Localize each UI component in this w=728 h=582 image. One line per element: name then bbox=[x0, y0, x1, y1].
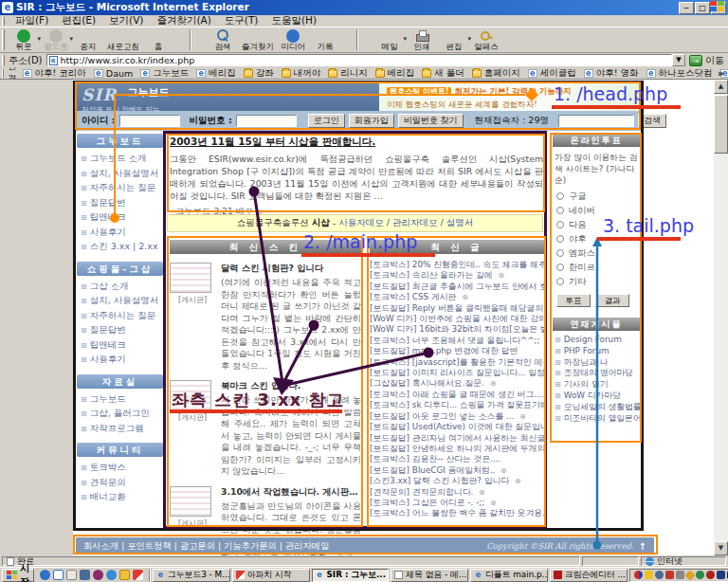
tray-icon[interactable] bbox=[655, 571, 664, 579]
notice-title[interactable]: 2003년 11월 15일 부터 시삽을 판매합니다. bbox=[170, 136, 543, 149]
link-item[interactable]: Daum bbox=[94, 68, 133, 79]
post-row[interactable]: [토크박스] 아래 쇼핑몰 글 때문에 생긴 버그.... ⊕ bbox=[370, 390, 544, 400]
link-item[interactable]: 그누보드 bbox=[140, 67, 189, 80]
toolbar-button[interactable]: 메일 ▾ bbox=[373, 27, 406, 52]
go-button[interactable]: → 이동 bbox=[689, 54, 724, 67]
maximize-button[interactable]: □ bbox=[695, 2, 710, 14]
poll-option[interactable]: 네이버 bbox=[553, 203, 640, 217]
radio-icon[interactable] bbox=[556, 207, 564, 214]
menu-item[interactable]: 보기(V) bbox=[102, 14, 150, 27]
tray-icon[interactable] bbox=[717, 571, 725, 579]
toolbar-button[interactable] bbox=[174, 27, 207, 52]
address-url[interactable]: http://www.sir.co.kr/index.php bbox=[61, 55, 195, 65]
link-item[interactable]: 베리집 bbox=[196, 67, 236, 80]
radio-icon[interactable] bbox=[556, 235, 564, 243]
serial-post-item[interactable]: ⊞까장님과 나 bbox=[553, 357, 640, 369]
post-row[interactable]: [보드질답] BlueCGI 폼메일처럼.. ⊕ bbox=[370, 465, 544, 476]
serial-post-item[interactable]: ⊞Design Forum bbox=[553, 335, 640, 346]
poll-result-button[interactable]: 결과 bbox=[595, 294, 629, 307]
serial-post-item[interactable]: ⊞WoW 디카마당 bbox=[553, 391, 640, 402]
address-input[interactable]: e http://www.sir.co.kr/index.php bbox=[46, 54, 672, 66]
link-item[interactable]: 야후! 코리아 bbox=[23, 67, 86, 80]
serial-post-item[interactable]: ⊞미조바타의 열일본어 bbox=[553, 413, 640, 425]
vertical-scrollbar[interactable]: ▲ ▼ bbox=[714, 80, 728, 555]
taskbar-task-button[interactable]: 제목 없음 - 메... bbox=[391, 569, 468, 582]
search-input[interactable] bbox=[558, 115, 634, 127]
post-row[interactable]: [토크박스] 너무 조용해서 댓글 올립니다^^;; ⊕ bbox=[370, 336, 544, 346]
tray-icon[interactable] bbox=[665, 571, 674, 579]
skin-title[interactable]: 북마크 스킨 입니다. bbox=[221, 380, 361, 392]
serial-post-item[interactable]: ⊞PHP Forum bbox=[553, 346, 640, 357]
post-row[interactable]: [토크박스] [javascript]를 활용한 기본적인 메뉴… ⊕ bbox=[370, 357, 544, 368]
post-row[interactable]: [보드질답] Reply 버튼을 클릭했을때 해당글의 제… ⊕ bbox=[370, 303, 544, 314]
skin-item[interactable]: [게시판] 북마크 스킨 입니다. 저 받아 쓰기만 하다가 한개 올려 놓습니… bbox=[170, 380, 361, 478]
post-row[interactable]: [보드질답] main.php 변경에 대한 답변 bbox=[370, 346, 544, 356]
id-field[interactable] bbox=[119, 115, 180, 127]
sidebar-item[interactable]: ⊞팁앤테크 bbox=[77, 338, 163, 354]
scrollbar-thumb[interactable] bbox=[714, 95, 728, 154]
toolbar-button[interactable]: 중지 bbox=[72, 27, 104, 52]
tray-icon[interactable] bbox=[696, 571, 704, 579]
taskbar-task-button[interactable]: SIR : 그누보... bbox=[312, 569, 390, 582]
link-item[interactable]: 하나포스닷컴 bbox=[646, 67, 713, 80]
sidebar-item[interactable]: ⊞설치, 사용설명서 bbox=[77, 167, 163, 182]
find-password-button[interactable]: 비밀번호 찾기 bbox=[398, 114, 464, 128]
msn-icon[interactable] bbox=[40, 570, 50, 580]
sidebar-item[interactable]: ⊞사용후기 bbox=[77, 353, 163, 368]
banner-ad[interactable]: 웹호스팅 이벤트!최저가는 기본! 강력한 기능까지 이제 웹호스팅의 새로운 … bbox=[379, 83, 641, 111]
serial-post-item[interactable]: ⊞모닝세일의 생활법률 bbox=[553, 402, 640, 413]
radio-icon[interactable] bbox=[556, 221, 564, 228]
sidebar-item[interactable]: ⊞자주하시는 질문 bbox=[77, 181, 163, 196]
poll-option[interactable]: 기타 bbox=[553, 274, 640, 288]
link-item[interactable]: 베리집 bbox=[375, 67, 415, 80]
search-button[interactable]: 검색 bbox=[638, 114, 666, 128]
post-row[interactable]: [토크박스] 김용찬-- 산다는 것은.... bbox=[370, 454, 544, 464]
sidebar-item[interactable]: ⊞그삽, 플러그인 bbox=[77, 407, 163, 422]
post-row[interactable]: [토크박스] 어느 불쌍한 백수 좀 갈치만 웃겨용. -… ⊕ bbox=[370, 508, 544, 518]
link-item[interactable]: 강좌 bbox=[244, 67, 274, 80]
menu-item[interactable]: 즐겨찾기(A) bbox=[150, 14, 217, 27]
menu-item[interactable]: 도움말(H) bbox=[264, 14, 323, 27]
sidebar-item[interactable]: ⊞스킨 3.xx | 2.xx bbox=[77, 240, 163, 255]
post-row[interactable]: [토크박스] 그삽은 어디로 -. -;; ⊕ bbox=[370, 498, 544, 508]
link-item[interactable]: 리니지 bbox=[328, 67, 368, 80]
shield-icon[interactable] bbox=[645, 571, 653, 579]
link-item[interactable]: 홈페이지 bbox=[472, 67, 520, 80]
network-icon[interactable] bbox=[80, 570, 90, 580]
start-button[interactable]: 시작 bbox=[2, 569, 34, 582]
link-item[interactable]: 세이클럽 bbox=[528, 67, 576, 80]
poll-option[interactable]: 엠파스 bbox=[553, 246, 640, 260]
toolbar-button[interactable] bbox=[341, 27, 373, 52]
toolbar-button[interactable]: 홈 bbox=[142, 27, 174, 52]
serial-post-item[interactable]: ⊞기사의 일기 bbox=[553, 379, 640, 391]
post-row[interactable]: [WoW 디카] 이번주에 쇼핑몰 사진에 대한 강의 하… ⊕ bbox=[370, 314, 544, 324]
sidebar-item[interactable]: ⊞그누보드 bbox=[77, 392, 163, 408]
winamp-icon[interactable] bbox=[93, 570, 103, 580]
join-button[interactable]: 회원가입 bbox=[349, 114, 394, 128]
sidebar-item[interactable]: ⊞사용후기 bbox=[77, 226, 163, 241]
toolbar-button[interactable]: 앞으로 ▾ bbox=[40, 27, 72, 52]
menu-item[interactable]: 편집(E) bbox=[55, 14, 102, 27]
radio-icon[interactable] bbox=[556, 264, 564, 271]
post-row[interactable]: [토크박스] CSS 게시판 ⊕ bbox=[370, 292, 544, 302]
poll-option[interactable]: 야후 bbox=[553, 231, 640, 246]
menu-item[interactable]: 도구(T) bbox=[218, 14, 265, 27]
tray-icon[interactable] bbox=[684, 570, 695, 580]
scroll-down-arrow-icon[interactable]: ▼ bbox=[714, 541, 728, 555]
post-row[interactable]: [보드질답] 안녕하세요 하나의 게시판에 두개의 스… ⊕ bbox=[370, 444, 544, 454]
sidebar-item[interactable]: ⊞그삽 소개 bbox=[77, 280, 163, 295]
address-dropdown-button[interactable]: ▼ bbox=[672, 54, 685, 66]
radio-icon[interactable] bbox=[556, 249, 564, 257]
poll-option[interactable]: 구글 bbox=[553, 189, 640, 203]
post-row[interactable]: [보드질답] 관리자님 여기에서 사용하는 최신글 어… ⊕ bbox=[370, 433, 544, 444]
poll-option[interactable]: 한미르 bbox=[553, 260, 640, 274]
sidebar-item[interactable]: ⊞질문답변 bbox=[77, 323, 163, 338]
skin-title[interactable]: 3.10에서 작업했습니다. 게시판… bbox=[221, 486, 361, 499]
sidebar-item[interactable]: ⊞설치, 사용설명서 bbox=[77, 294, 163, 309]
sidebar-item[interactable]: ⊞팁앤테크 bbox=[77, 210, 163, 226]
skin-title[interactable]: 달력 스킨 시험판? 입니다 bbox=[221, 263, 361, 275]
sidebar-item[interactable]: ⊞토크박스 bbox=[77, 461, 163, 476]
post-row[interactable]: [토크박스] 20% 진행중인데.. 속도 체크를 해주세… ⊕ bbox=[370, 260, 544, 270]
folder-icon[interactable] bbox=[119, 570, 130, 580]
minimize-button[interactable]: ─ bbox=[679, 2, 694, 14]
